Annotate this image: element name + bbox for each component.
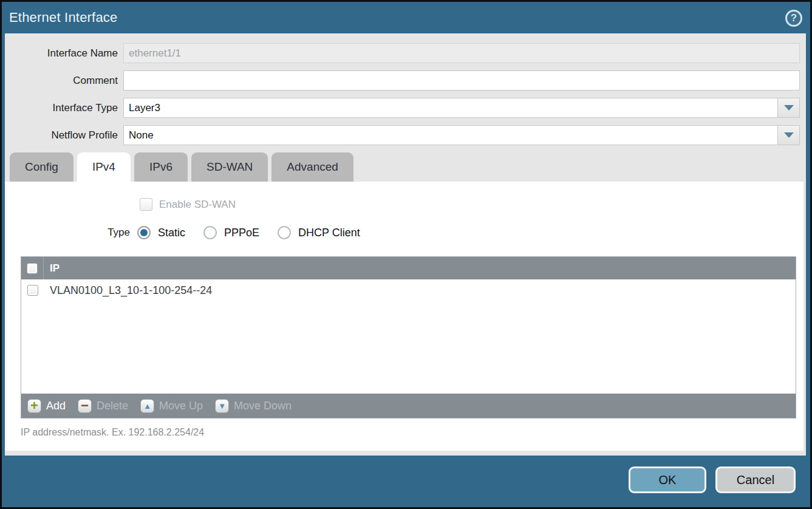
netflow-profile-row: Netflow Profile None (5, 125, 800, 145)
ok-button[interactable]: OK (629, 466, 706, 493)
comment-label: Comment (5, 75, 123, 87)
tab-label: Config (25, 160, 58, 174)
interface-name-label: Interface Name (5, 47, 123, 60)
ip-table-toolbar: + Add − Delete ▲ Move Up ▼ Move Down (21, 394, 796, 418)
chevron-down-icon (784, 105, 794, 111)
chevron-down-icon (784, 132, 794, 138)
select-all-checkbox[interactable] (27, 263, 38, 274)
interface-name-row: Interface Name ethernet1/1 (5, 43, 800, 63)
cancel-button[interactable]: Cancel (715, 466, 796, 493)
comment-row: Comment (5, 70, 800, 91)
plus-icon: + (27, 399, 41, 413)
tab-label: Advanced (287, 160, 338, 174)
move-up-button-label: Move Up (159, 400, 203, 412)
tab-label: IPv4 (92, 160, 115, 174)
dialog-content: Interface Name ethernet1/1 Comment Inter… (5, 33, 806, 456)
tab-ipv6[interactable]: IPv6 (134, 152, 188, 182)
interface-type-row: Interface Type Layer3 (5, 98, 800, 118)
row-checkbox-cell (21, 279, 44, 301)
help-icon[interactable]: ? (785, 10, 802, 27)
ip-table-header: IP (21, 257, 796, 279)
tab-label: IPv6 (149, 160, 172, 174)
delete-button-label: Delete (97, 400, 128, 412)
dhcp-client-radio[interactable] (278, 226, 291, 239)
enable-sdwan-checkbox[interactable] (140, 198, 152, 211)
ip-cell[interactable]: VLAN0100_L3_10-1-100-254--24 (50, 284, 212, 297)
interface-type-dropdown-button[interactable] (777, 98, 799, 117)
interface-type-dropdown[interactable]: Layer3 (123, 98, 800, 118)
enable-sdwan-label: Enable SD-WAN (159, 199, 236, 211)
tab-ipv4[interactable]: IPv4 (77, 152, 131, 182)
interface-name-field: ethernet1/1 (123, 43, 800, 63)
dhcp-client-radio-label: DHCP Client (298, 227, 360, 239)
arrow-down-icon: ▼ (215, 399, 229, 413)
move-up-button[interactable]: ▲ Move Up (140, 399, 203, 413)
pppoe-radio[interactable] (203, 226, 217, 239)
table-row[interactable]: VLAN0100_L3_10-1-100-254--24 (21, 279, 796, 301)
radio-option-static[interactable]: Static (137, 226, 185, 239)
pppoe-radio-label: PPPoE (224, 227, 259, 239)
ip-table: IP VLAN0100_L3_10-1-100-254--24 + Add (21, 256, 796, 418)
comment-field[interactable] (123, 70, 800, 91)
header-checkbox-cell (21, 257, 44, 279)
ethernet-interface-dialog: Ethernet Interface ? Interface Name ethe… (0, 0, 812, 509)
tab-config[interactable]: Config (10, 152, 73, 182)
type-label: Type (95, 227, 130, 239)
tab-bar: Config IPv4 IPv6 SD-WAN Advanced (5, 152, 806, 182)
static-radio-label: Static (158, 227, 185, 239)
add-button-label: Add (46, 400, 66, 412)
enable-sdwan-row: Enable SD-WAN (140, 198, 803, 211)
title-bar: Ethernet Interface (2, 2, 810, 33)
netflow-profile-label: Netflow Profile (5, 129, 123, 142)
netflow-profile-dropdown[interactable]: None (123, 125, 800, 145)
ip-table-body: VLAN0100_L3_10-1-100-254--24 (21, 279, 796, 394)
ip-column-header: IP (50, 262, 60, 275)
comment-value (124, 71, 799, 90)
arrow-up-icon: ▲ (140, 399, 154, 413)
form-area: Interface Name ethernet1/1 Comment Inter… (5, 33, 806, 152)
row-checkbox[interactable] (27, 285, 38, 296)
dialog-title: Ethernet Interface (9, 10, 117, 26)
tab-label: SD-WAN (206, 160, 253, 174)
interface-type-label: Interface Type (5, 102, 123, 114)
tab-sdwan[interactable]: SD-WAN (191, 152, 268, 182)
minus-icon: − (78, 399, 92, 413)
delete-button[interactable]: − Delete (78, 399, 128, 413)
interface-type-value: Layer3 (124, 98, 777, 117)
ipv4-tab-panel: Enable SD-WAN Type Static PPPoE DHCP Cli… (5, 182, 803, 451)
netflow-profile-value: None (124, 126, 777, 145)
radio-option-pppoe[interactable]: PPPoE (203, 226, 259, 239)
ip-format-hint: IP address/netmask. Ex. 192.168.2.254/24 (21, 427, 803, 438)
move-down-button-label: Move Down (234, 400, 292, 412)
type-row: Type Static PPPoE DHCP Client (95, 226, 803, 239)
static-radio[interactable] (137, 226, 151, 239)
netflow-profile-dropdown-button[interactable] (777, 126, 799, 145)
radio-option-dhcp-client[interactable]: DHCP Client (278, 226, 360, 239)
move-down-button[interactable]: ▼ Move Down (215, 399, 292, 413)
add-button[interactable]: + Add (27, 399, 66, 413)
tab-advanced[interactable]: Advanced (271, 152, 353, 182)
interface-name-value: ethernet1/1 (124, 44, 799, 63)
